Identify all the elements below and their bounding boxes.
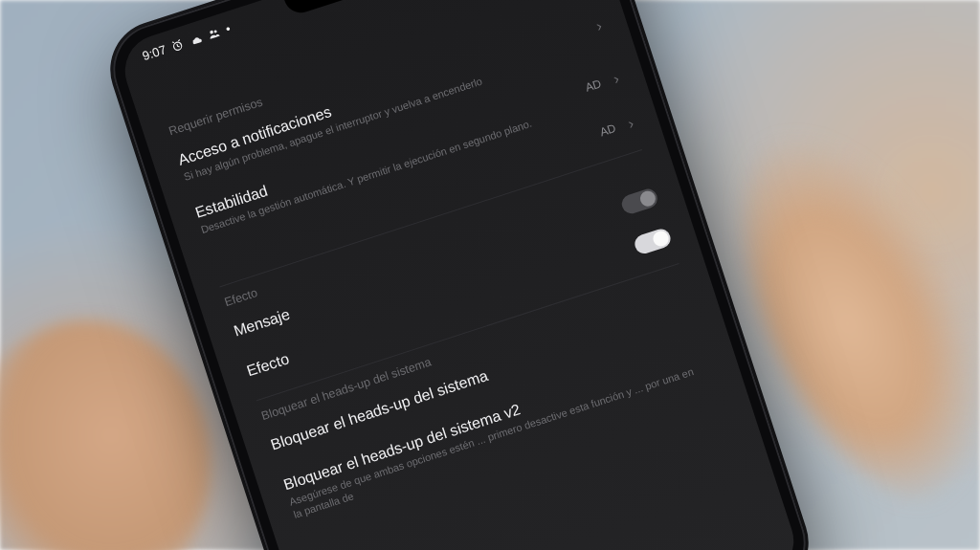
group-icon <box>206 25 223 42</box>
ad-badge: AD <box>598 121 617 138</box>
status-dots-icon: • <box>224 21 234 36</box>
toggle-efecto[interactable] <box>633 227 673 256</box>
toggle-mensaje[interactable] <box>619 187 659 216</box>
chevron-right-icon: › <box>611 69 621 89</box>
cloud-icon <box>188 31 205 48</box>
svg-point-1 <box>210 30 213 33</box>
chevron-right-icon: › <box>625 113 635 133</box>
svg-point-2 <box>213 30 217 33</box>
alarm-icon <box>169 36 187 54</box>
ad-badge: AD <box>584 77 603 95</box>
